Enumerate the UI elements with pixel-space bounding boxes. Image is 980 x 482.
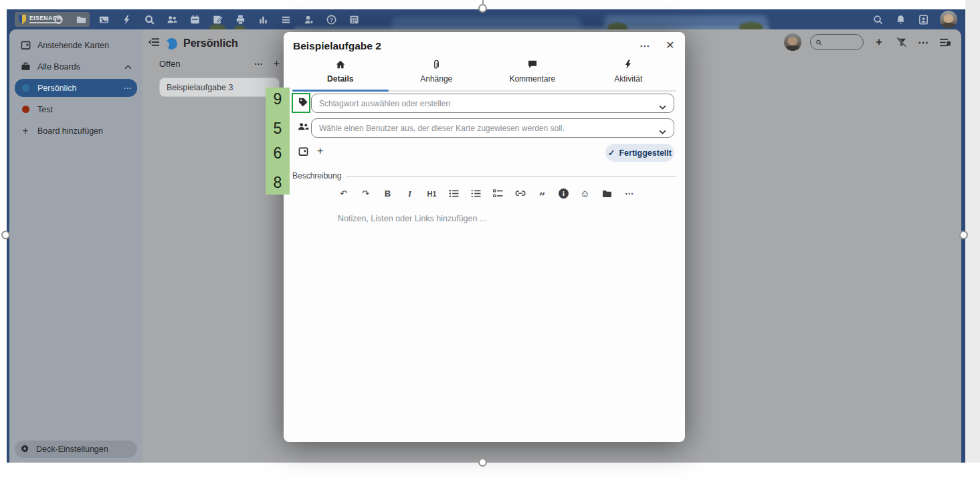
sidebar-item-board-personal[interactable]: Persönlich ⋯ (15, 79, 137, 97)
contacts-menu-icon[interactable] (917, 13, 930, 26)
sidebar-item-label: Persönlich (37, 84, 76, 93)
contacts-icon[interactable] (166, 13, 179, 26)
gear-icon (20, 444, 29, 455)
sidebar-item-all-boards[interactable]: Alle Boards (15, 57, 137, 76)
card-title: Beispielaufgabe 2 (293, 40, 381, 52)
crop-handle-right[interactable] (959, 231, 968, 239)
printer-icon[interactable] (234, 13, 247, 26)
italic-icon[interactable]: I (404, 188, 415, 199)
session-avatar[interactable] (784, 33, 801, 51)
activity-icon[interactable] (120, 13, 133, 26)
redo-icon[interactable]: ↷ (360, 188, 371, 199)
description-editor[interactable]: Notizen, Listen oder Links hinzufügen ..… (338, 214, 486, 223)
calendar-select-icon[interactable] (297, 146, 309, 156)
screenshot-canvas: EISENACH ? (0, 0, 980, 482)
sidebar-item-add-board[interactable]: + Board hinzufügen (15, 122, 137, 140)
plus-icon: + (20, 125, 31, 137)
board-controls: + ⋯ (784, 33, 952, 51)
board-title: Persönlich (183, 37, 238, 49)
user-avatar[interactable] (940, 11, 957, 28)
task-list-icon[interactable] (492, 188, 504, 199)
undo-icon[interactable]: ↶ (338, 188, 349, 199)
background-tree (607, 23, 627, 29)
sidebar-item-label: Test (37, 105, 53, 114)
home-icon (292, 59, 389, 70)
done-button-label: Fertiggestellt (619, 148, 672, 158)
comment-icon (484, 59, 581, 70)
crop-handle-top[interactable] (478, 4, 487, 13)
chevron-down-icon[interactable] (659, 100, 666, 112)
board-color-dot (20, 106, 31, 113)
user-status-icon[interactable] (302, 13, 315, 26)
board-search-input[interactable] (825, 37, 858, 47)
logo-shield-icon (19, 15, 26, 24)
editor-toolbar: ↶ ↷ B I H1 ” i ☺ ⋯ (338, 188, 635, 199)
bold-icon[interactable]: B (382, 188, 393, 199)
modal-tabs: Details Anhänge Kommentare Aktivität (292, 59, 676, 92)
notifications-icon[interactable] (894, 13, 907, 26)
tab-activity[interactable]: Aktivität (581, 59, 677, 90)
tag-field-row (284, 94, 685, 113)
tab-attachments[interactable]: Anhänge (389, 59, 485, 90)
topbar-right-actions (872, 9, 957, 29)
board-actions-icon[interactable]: ⋯ (124, 83, 132, 93)
column-actions-icon[interactable]: ⋯ (254, 59, 263, 69)
photos-icon[interactable] (98, 13, 110, 26)
add-card-icon[interactable]: + (274, 57, 280, 70)
analytics-icon[interactable] (257, 13, 270, 26)
view-toggle-icon[interactable] (939, 35, 952, 49)
due-date-row: + ✓ Fertiggestellt (284, 143, 685, 162)
tab-details[interactable]: Details (292, 59, 389, 90)
sidebar-toggle-icon[interactable] (149, 37, 160, 49)
crop-handle-bottom[interactable] (478, 458, 487, 467)
h1-icon[interactable]: H1 (426, 188, 437, 199)
check-icon: ✓ (608, 148, 615, 158)
tab-label: Kommentare (509, 74, 555, 84)
board-card[interactable]: Beispielaufgabe 3 (159, 78, 280, 97)
tab-comments[interactable]: Kommentare (484, 59, 581, 90)
done-button[interactable]: ✓ Fertiggestellt (605, 144, 674, 162)
search-app-icon[interactable] (143, 13, 156, 26)
sidebar-item-board-test[interactable]: Test (15, 100, 137, 118)
add-due-date-icon[interactable]: + (317, 145, 323, 157)
card-menu-icon[interactable]: ⋯ (640, 40, 650, 52)
app-menu: ? (52, 9, 361, 29)
notes-icon[interactable] (211, 13, 224, 26)
board-search-box[interactable] (810, 34, 864, 50)
sidebar-item-label: Alle Boards (37, 62, 80, 72)
folder-icon[interactable] (601, 188, 613, 199)
deck-settings-button[interactable]: Deck-Einstellungen (15, 441, 137, 458)
assignee-select-input[interactable] (311, 118, 674, 138)
close-icon[interactable]: ✕ (666, 39, 674, 51)
quote-icon[interactable]: ” (536, 188, 548, 199)
crop-handle-left[interactable] (1, 231, 10, 239)
sidebar-item-label: Board hinzufügen (37, 126, 103, 136)
divider (347, 176, 676, 176)
link-icon[interactable] (514, 188, 526, 199)
board-more-icon[interactable]: ⋯ (916, 35, 930, 49)
users-icon (297, 122, 309, 132)
filter-off-icon[interactable] (894, 35, 908, 49)
files-icon[interactable] (75, 13, 88, 26)
tag-select-input[interactable] (311, 94, 674, 113)
column-title: Offen (159, 59, 181, 69)
bullet-list-icon[interactable] (448, 188, 460, 199)
chevron-up-icon[interactable] (124, 62, 132, 72)
help-icon[interactable]: ? (325, 13, 338, 26)
assignee-field-row (284, 118, 685, 138)
board-add-icon[interactable]: + (872, 35, 886, 49)
more-icon[interactable]: ⋯ (623, 188, 635, 199)
sidebar-item-upcoming-cards[interactable]: Anstehende Karten (15, 36, 137, 54)
info-icon[interactable]: i (559, 189, 569, 199)
annotation-highlight-box (292, 93, 310, 113)
annotation-label-5: 5 (266, 118, 290, 138)
search-icon[interactable] (872, 13, 884, 26)
emoji-icon[interactable]: ☺ (579, 188, 591, 199)
card-detail-modal: Beispielaufgabe 2 ⋯ ✕ Details Anhänge Ko… (284, 32, 685, 442)
calendar-icon[interactable] (189, 13, 201, 26)
tasks-icon[interactable] (280, 13, 292, 26)
dashboard-icon[interactable] (52, 13, 65, 26)
ordered-list-icon[interactable] (470, 188, 482, 199)
chevron-down-icon[interactable] (659, 125, 666, 137)
tables-icon[interactable] (348, 13, 361, 26)
